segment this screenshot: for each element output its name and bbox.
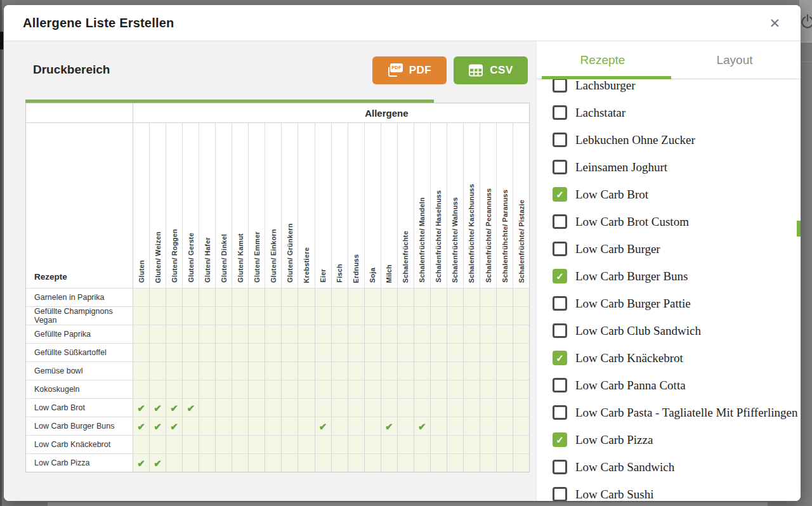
allergen-cell	[150, 344, 166, 361]
recipe-checkbox[interactable]	[553, 214, 567, 229]
allergen-column-header: Gluten/ Weizen	[150, 123, 166, 288]
allergen-cell	[497, 289, 513, 306]
recipe-checkbox[interactable]	[553, 133, 567, 147]
recipe-list-item[interactable]: Low Carb Panna Cotta	[553, 378, 801, 392]
allergen-cell: ✔	[315, 417, 332, 435]
pdf-button-label: PDF	[409, 64, 432, 77]
background-bottom-content	[48, 502, 768, 506]
recipe-list-item[interactable]: Leinsamen Joghurt	[553, 160, 801, 174]
power-icon	[800, 13, 812, 32]
recipe-checkbox[interactable]	[553, 323, 567, 338]
allergen-column-label: Schalenfrüchte/ Kaschunuss	[468, 184, 475, 283]
allergen-cell	[133, 344, 150, 361]
recipe-checkbox[interactable]	[553, 296, 567, 311]
allergen-cell	[464, 454, 480, 472]
allergen-cell	[431, 289, 447, 306]
recipe-checkbox[interactable]	[553, 160, 567, 174]
rezepte-corner-label: Rezepte	[26, 123, 133, 288]
allergen-cell	[150, 380, 166, 398]
recipe-list-item[interactable]: Low Carb Pasta - Tagliatelle Mit Pfiffer…	[553, 405, 801, 420]
allergen-cell	[348, 454, 365, 472]
allergen-cell	[464, 399, 480, 417]
allergen-cell	[298, 362, 315, 380]
allergen-cell	[497, 380, 513, 398]
recipe-checkbox[interactable]: ✓	[553, 187, 567, 202]
sidebar-scrollbar-thumb[interactable]	[797, 221, 801, 237]
pdf-export-button[interactable]: PDF PDF	[372, 56, 447, 84]
recipe-name-cell: Low Carb Knäckebrot	[26, 436, 133, 453]
allergen-cell	[249, 436, 265, 453]
allergen-column-header: Gluten	[133, 123, 150, 288]
close-icon[interactable]: ✕	[768, 15, 782, 31]
recipe-list-item[interactable]: ✓Low Carb Brot	[553, 187, 801, 202]
csv-export-button[interactable]: CSV	[454, 56, 528, 84]
recipe-list-item[interactable]: Low Carb Sushi	[553, 487, 801, 501]
allergen-cell	[232, 325, 249, 343]
recipe-list-item[interactable]: Low Carb Club Sandwich	[553, 323, 801, 338]
allergen-cell: ✔	[133, 454, 150, 472]
allergen-cell	[513, 417, 529, 435]
allergen-cell	[398, 307, 414, 325]
allergen-cell	[480, 399, 497, 417]
allergen-cell	[183, 417, 199, 435]
recipe-list-item[interactable]: Lebkuchen Ohne Zucker	[553, 133, 801, 147]
pdf-icon: PDF	[388, 63, 403, 77]
allergen-cell	[216, 454, 232, 472]
recipe-label: Low Carb Knäckebrot	[575, 351, 683, 365]
recipe-checkbox[interactable]	[553, 405, 567, 420]
recipe-checkbox[interactable]	[553, 378, 567, 392]
allergen-cell: ✔	[150, 399, 166, 417]
allergen-cell	[348, 325, 365, 343]
allergen-cell	[497, 436, 513, 453]
tab-rezepte[interactable]: Rezepte	[537, 41, 669, 79]
allergen-cell	[464, 417, 480, 435]
allergen-cell	[232, 399, 249, 417]
table-row: Gefüllte Süßkartoffel	[26, 343, 529, 361]
allergen-cell	[249, 325, 265, 343]
recipe-checkbox[interactable]: ✓	[553, 351, 567, 365]
print-area: Druckbereich PDF PDF	[4, 41, 536, 501]
allergen-cell	[332, 362, 348, 380]
allergen-cell	[166, 289, 183, 306]
allergen-cell	[150, 436, 166, 453]
allergen-cell	[381, 380, 398, 398]
allergen-cell	[381, 362, 398, 380]
recipe-checkbox[interactable]	[553, 460, 567, 474]
allergen-column-label: Soja	[369, 268, 376, 283]
allergen-cell	[150, 289, 166, 306]
allergen-cell	[398, 436, 414, 453]
allergen-cell	[216, 289, 232, 306]
recipe-list-item[interactable]: Lachstatar	[553, 105, 801, 120]
allergen-cell	[265, 399, 282, 417]
allergen-cell	[166, 344, 183, 361]
allergen-cell	[431, 380, 447, 398]
recipe-checkbox[interactable]	[553, 105, 567, 120]
recipe-checkbox[interactable]	[553, 242, 567, 256]
allergen-cell	[315, 362, 332, 380]
recipe-list-item[interactable]: Low Carb Sandwich	[553, 460, 801, 474]
recipe-checkbox[interactable]: ✓	[553, 269, 567, 283]
allergen-cell	[497, 399, 513, 417]
allergen-cell	[150, 307, 166, 325]
allergen-cell	[232, 344, 249, 361]
allergen-cell	[265, 289, 282, 306]
allergen-cell	[348, 399, 365, 417]
recipe-checkbox[interactable]	[553, 79, 567, 93]
recipe-name-cell: Low Carb Burger Buns	[26, 417, 133, 435]
recipe-list-item[interactable]: Low Carb Burger	[553, 242, 801, 256]
allergen-cell	[315, 307, 332, 325]
tab-layout[interactable]: Layout	[669, 41, 801, 79]
recipe-checkbox[interactable]	[553, 487, 567, 501]
allergen-cell	[398, 344, 414, 361]
recipe-list-item[interactable]: Lachsburger	[553, 79, 801, 93]
allergen-cell	[431, 454, 447, 472]
recipe-list-item[interactable]: ✓Low Carb Burger Buns	[553, 269, 801, 283]
recipe-list-item[interactable]: Low Carb Brot Custom	[553, 214, 801, 229]
allergen-column-label: Schalenfrüchte/ Walnuss	[451, 197, 459, 283]
recipe-list-item[interactable]: Low Carb Burger Pattie	[553, 296, 801, 311]
recipe-list-item[interactable]: ✓Low Carb Knäckebrot	[553, 351, 801, 365]
allergen-cell: ✔	[166, 417, 183, 435]
recipe-checkbox[interactable]: ✓	[553, 432, 567, 447]
recipe-list-item[interactable]: ✓Low Carb Pizza	[553, 432, 801, 447]
allergen-cell	[381, 344, 398, 361]
